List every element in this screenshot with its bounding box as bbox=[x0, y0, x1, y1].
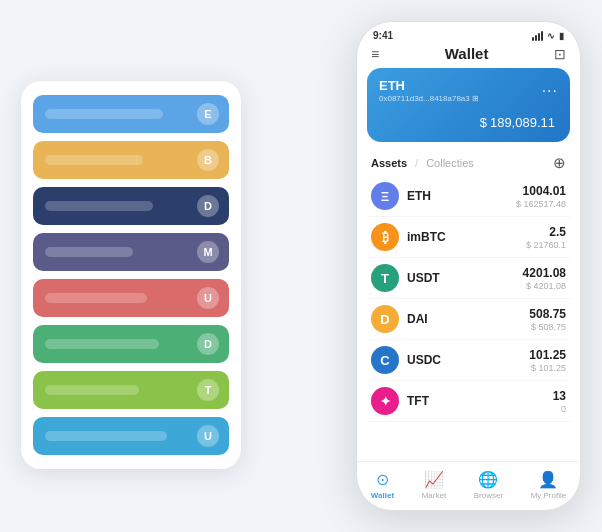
eth-copy-icon: ⊞ bbox=[472, 94, 479, 103]
asset-usd: $ 4201.08 bbox=[523, 281, 566, 291]
asset-icon: D bbox=[371, 305, 399, 333]
wifi-icon: ∿ bbox=[547, 31, 555, 41]
asset-name: ETH bbox=[407, 189, 516, 203]
card-icon: U bbox=[197, 287, 219, 309]
nav-icon-my-profile: 👤 bbox=[538, 470, 558, 489]
asset-usd: $ 21760.1 bbox=[526, 240, 566, 250]
nav-label-wallet: Wallet bbox=[371, 491, 394, 500]
asset-amount: 13 bbox=[553, 389, 566, 403]
nav-label-market: Market bbox=[422, 491, 446, 500]
asset-name: imBTC bbox=[407, 230, 526, 244]
status-bar: 9:41 ∿ ▮ bbox=[357, 22, 580, 43]
nav-icon-browser: 🌐 bbox=[478, 470, 498, 489]
scan-icon[interactable]: ⊡ bbox=[554, 46, 566, 62]
asset-row[interactable]: DDAI508.75$ 508.75 bbox=[367, 299, 570, 340]
scene: EBDMUDTU 9:41 ∿ ▮ ≡ Wallet ⊡ bbox=[21, 21, 581, 511]
tab-assets[interactable]: Assets bbox=[371, 157, 407, 169]
asset-amounts: 4201.08$ 4201.08 bbox=[523, 266, 566, 291]
card-icon: B bbox=[197, 149, 219, 171]
asset-icon: T bbox=[371, 264, 399, 292]
phone-header: ≡ Wallet ⊡ bbox=[357, 43, 580, 68]
asset-amounts: 101.25$ 101.25 bbox=[529, 348, 566, 373]
asset-name: USDT bbox=[407, 271, 523, 285]
assets-tabs: Assets / Collecties bbox=[371, 157, 474, 169]
card-icon: T bbox=[197, 379, 219, 401]
nav-icon-market: 📈 bbox=[424, 470, 444, 489]
wallet-title: Wallet bbox=[445, 45, 489, 62]
card-icon: U bbox=[197, 425, 219, 447]
asset-amounts: 1004.01$ 162517.48 bbox=[516, 184, 566, 209]
assets-header: Assets / Collecties ⊕ bbox=[357, 150, 580, 176]
nav-item-my-profile[interactable]: 👤My Profile bbox=[531, 470, 567, 500]
asset-name: USDC bbox=[407, 353, 529, 367]
nav-label-my-profile: My Profile bbox=[531, 491, 567, 500]
card-icon: D bbox=[197, 195, 219, 217]
eth-balance: $189,089.11 bbox=[379, 109, 558, 132]
card-icon: M bbox=[197, 241, 219, 263]
card-item[interactable]: M bbox=[33, 233, 229, 271]
asset-icon: C bbox=[371, 346, 399, 374]
asset-row[interactable]: ₿imBTC2.5$ 21760.1 bbox=[367, 217, 570, 258]
asset-icon: ✦ bbox=[371, 387, 399, 415]
asset-amounts: 508.75$ 508.75 bbox=[529, 307, 566, 332]
status-time: 9:41 bbox=[373, 30, 393, 41]
eth-card-info: ETH 0x08711d3d...8418a78a3 ⊞ bbox=[379, 78, 479, 103]
card-item[interactable]: D bbox=[33, 187, 229, 225]
card-icon: D bbox=[197, 333, 219, 355]
card-item[interactable]: E bbox=[33, 95, 229, 133]
card-item[interactable]: U bbox=[33, 279, 229, 317]
bottom-nav: ⊙Wallet📈Market🌐Browser👤My Profile bbox=[357, 461, 580, 510]
eth-card-top: ETH 0x08711d3d...8418a78a3 ⊞ ... bbox=[379, 78, 558, 103]
nav-item-wallet[interactable]: ⊙Wallet bbox=[371, 470, 394, 500]
nav-icon-wallet: ⊙ bbox=[376, 470, 389, 489]
asset-amount: 101.25 bbox=[529, 348, 566, 362]
add-asset-icon[interactable]: ⊕ bbox=[553, 154, 566, 172]
asset-amount: 508.75 bbox=[529, 307, 566, 321]
tab-collecties[interactable]: Collecties bbox=[426, 157, 474, 169]
eth-currency: $ bbox=[480, 115, 487, 130]
asset-amount: 2.5 bbox=[526, 225, 566, 239]
card-item[interactable]: D bbox=[33, 325, 229, 363]
asset-usd: $ 101.25 bbox=[529, 363, 566, 373]
asset-usd: 0 bbox=[553, 404, 566, 414]
status-icons: ∿ ▮ bbox=[532, 31, 564, 41]
asset-icon: Ξ bbox=[371, 182, 399, 210]
nav-item-market[interactable]: 📈Market bbox=[422, 470, 446, 500]
asset-icon: ₿ bbox=[371, 223, 399, 251]
asset-amount: 1004.01 bbox=[516, 184, 566, 198]
asset-amounts: 130 bbox=[553, 389, 566, 414]
card-item[interactable]: T bbox=[33, 371, 229, 409]
phone-mockup: 9:41 ∿ ▮ ≡ Wallet ⊡ ETH bbox=[356, 21, 581, 511]
eth-card-label: ETH bbox=[379, 78, 479, 93]
signal-icon bbox=[532, 31, 543, 41]
asset-usd: $ 162517.48 bbox=[516, 199, 566, 209]
card-icon: E bbox=[197, 103, 219, 125]
eth-card[interactable]: ETH 0x08711d3d...8418a78a3 ⊞ ... $189,08… bbox=[367, 68, 570, 142]
asset-row[interactable]: ΞETH1004.01$ 162517.48 bbox=[367, 176, 570, 217]
asset-name: TFT bbox=[407, 394, 553, 408]
tab-separator: / bbox=[415, 157, 418, 169]
card-item[interactable]: U bbox=[33, 417, 229, 455]
eth-card-address: 0x08711d3d...8418a78a3 ⊞ bbox=[379, 94, 479, 103]
eth-balance-value: 189,089.11 bbox=[490, 115, 555, 130]
nav-item-browser[interactable]: 🌐Browser bbox=[474, 470, 503, 500]
nav-label-browser: Browser bbox=[474, 491, 503, 500]
asset-list: ΞETH1004.01$ 162517.48₿imBTC2.5$ 21760.1… bbox=[357, 176, 580, 461]
asset-name: DAI bbox=[407, 312, 529, 326]
card-stack: EBDMUDTU bbox=[21, 81, 241, 469]
menu-icon[interactable]: ≡ bbox=[371, 46, 379, 62]
asset-row[interactable]: ✦TFT130 bbox=[367, 381, 570, 422]
battery-icon: ▮ bbox=[559, 31, 564, 41]
asset-row[interactable]: TUSDT4201.08$ 4201.08 bbox=[367, 258, 570, 299]
card-item[interactable]: B bbox=[33, 141, 229, 179]
asset-amount: 4201.08 bbox=[523, 266, 566, 280]
asset-usd: $ 508.75 bbox=[529, 322, 566, 332]
eth-more-icon[interactable]: ... bbox=[542, 78, 558, 96]
asset-amounts: 2.5$ 21760.1 bbox=[526, 225, 566, 250]
asset-row[interactable]: CUSDC101.25$ 101.25 bbox=[367, 340, 570, 381]
